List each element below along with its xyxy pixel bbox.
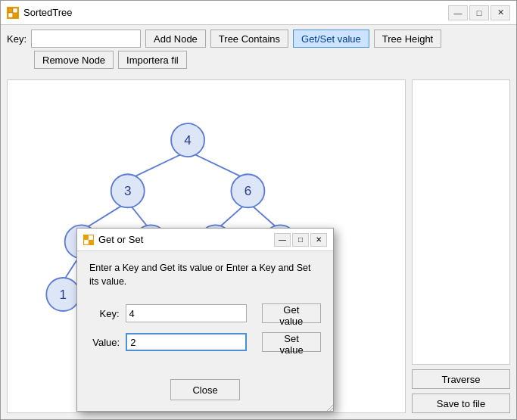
svg-text:4: 4 [184, 133, 191, 148]
window-title: SortedTree [23, 7, 73, 18]
dialog-description: Enter a Key and Get its value or Enter a… [89, 262, 321, 288]
remove-node-button[interactable]: Remove Node [34, 51, 114, 69]
dialog-key-field: Key: Get value [89, 303, 321, 323]
app-icon [7, 7, 19, 19]
get-set-value-button[interactable]: Get/Set value [293, 30, 369, 48]
dialog-body: Enter a Key and Get its value or Enter a… [77, 251, 333, 372]
importera-fil-button[interactable]: Importera fil [118, 51, 187, 69]
title-bar-left: SortedTree [7, 7, 73, 19]
dialog-title-left: Get or Set [83, 234, 143, 245]
dialog-maximize-button[interactable]: □ [292, 233, 309, 247]
svg-text:1: 1 [60, 288, 67, 302]
svg-rect-1 [13, 8, 17, 13]
svg-line-25 [327, 405, 333, 411]
svg-rect-24 [89, 240, 93, 244]
title-controls: — □ ✕ [448, 5, 510, 20]
dialog-value-input[interactable] [126, 333, 247, 351]
dialog-footer: Close [77, 372, 333, 411]
svg-rect-22 [89, 235, 93, 240]
traverse-button[interactable]: Traverse [412, 369, 510, 389]
tree-contains-button[interactable]: Tree Contains [210, 30, 288, 48]
svg-rect-0 [8, 8, 13, 13]
get-value-button[interactable]: Get value [262, 303, 321, 323]
dialog-close-button[interactable]: ✕ [310, 233, 327, 247]
minimize-button[interactable]: — [448, 5, 468, 20]
key-input[interactable] [31, 30, 141, 48]
dialog-value-label: Value: [89, 337, 120, 348]
dialog-close-btn[interactable]: Close [170, 379, 239, 400]
key-label: Key: [7, 33, 26, 45]
dialog-controls: — □ ✕ [274, 233, 327, 247]
dialog-key-input[interactable] [126, 304, 247, 322]
set-value-button[interactable]: Set value [262, 332, 321, 352]
resize-grip[interactable] [324, 402, 333, 411]
save-to-file-button[interactable]: Save to file [412, 394, 510, 413]
maximize-button[interactable]: □ [469, 5, 489, 20]
tree-height-button[interactable]: Tree Height [374, 30, 441, 48]
svg-line-4 [128, 151, 188, 180]
toolbar-row1: Key: Add Node Tree Contains Get/Set valu… [1, 25, 516, 49]
svg-rect-21 [84, 235, 89, 240]
svg-line-26 [330, 408, 333, 411]
get-set-dialog[interactable]: Get or Set — □ ✕ Enter a Key and Get its… [76, 228, 334, 412]
output-box [412, 79, 510, 365]
right-panel: Traverse Save to file [412, 79, 510, 413]
dialog-title-bar: Get or Set — □ ✕ [77, 229, 333, 251]
main-window: SortedTree — □ ✕ Key: Add Node Tree Cont… [0, 0, 517, 420]
svg-rect-3 [13, 13, 17, 17]
svg-text:6: 6 [244, 184, 252, 198]
dialog-icon [83, 235, 94, 245]
dialog-key-label: Key: [89, 308, 120, 319]
svg-rect-2 [8, 13, 13, 17]
dialog-minimize-button[interactable]: — [274, 233, 291, 247]
svg-line-5 [188, 151, 248, 180]
svg-text:3: 3 [124, 184, 132, 198]
title-bar: SortedTree — □ ✕ [1, 1, 516, 25]
toolbar-row2: Remove Node Importera fil [1, 49, 516, 73]
close-button[interactable]: ✕ [491, 5, 510, 20]
svg-rect-23 [84, 240, 89, 244]
dialog-title: Get or Set [98, 234, 143, 245]
add-node-button[interactable]: Add Node [145, 30, 206, 48]
dialog-value-field: Value: Set value [89, 332, 321, 352]
